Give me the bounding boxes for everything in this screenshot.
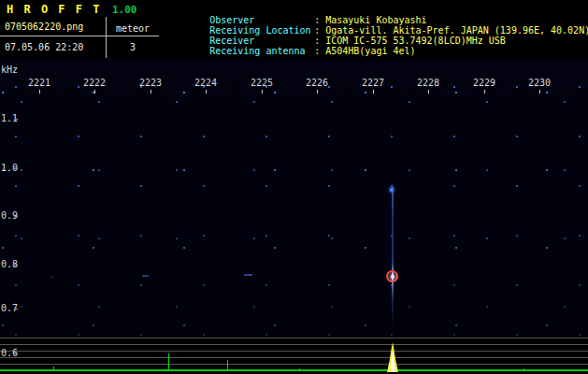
info-value: : A504HB(yagi 4el)	[314, 46, 415, 56]
level-strip-spikes	[0, 337, 588, 374]
faint-echo-trace	[142, 275, 149, 277]
level-spike	[53, 367, 54, 371]
mode-label: meteor	[107, 23, 159, 34]
meteor-echo-column	[392, 182, 394, 327]
info-value: : Ogata-vill. Akita-Pref. JAPAN (139.96E…	[314, 25, 588, 36]
meteor-count: 3	[107, 42, 159, 52]
spectrogram-noise	[0, 58, 588, 337]
level-spike	[299, 368, 300, 371]
observation-datetime: 07.05.06 22:20	[5, 42, 83, 52]
info-row: Observer: Masayuki Kobayashi	[165, 5, 588, 15]
hrofft-window: H R O F F T 1.00 0705062220.png 07.05.06…	[0, 0, 588, 374]
faint-echo-trace	[50, 277, 54, 278]
info-label: Receiving Location	[209, 25, 314, 36]
info-value: : ICOM IC-575 53.7492(8LCD)MHz USB	[314, 36, 506, 46]
output-filename: 0705062220.png	[5, 22, 83, 32]
info-label: Observer	[209, 15, 314, 25]
level-spike	[523, 368, 524, 371]
level-spike	[227, 360, 228, 371]
app-title: H R O F F T	[7, 3, 101, 16]
info-value: : Masayuki Kobayashi	[314, 15, 426, 25]
level-strip	[0, 337, 588, 374]
header: H R O F F T 1.00 0705062220.png 07.05.06…	[0, 0, 588, 58]
station-info: Observer: Masayuki Kobayashi Receiving L…	[165, 5, 588, 46]
spectrogram	[0, 58, 588, 337]
faint-echo-trace	[244, 274, 252, 276]
info-label: Receiver	[209, 36, 314, 46]
info-label: Receiving antenna	[209, 46, 314, 56]
app-version: 1.00	[112, 4, 137, 16]
meteor-echo-dot	[390, 188, 394, 192]
level-spike	[168, 353, 169, 371]
file-table-divider	[0, 36, 159, 36]
meteor-echo-core	[391, 275, 394, 279]
